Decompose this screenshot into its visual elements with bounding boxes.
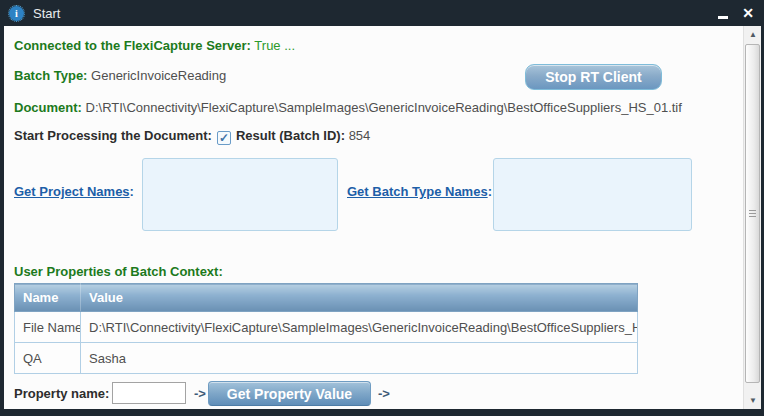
- stop-rt-client-button[interactable]: Stop RT Client: [525, 64, 662, 90]
- start-dialog-window: i Start ✕ Connected to the FlexiCapture …: [0, 0, 764, 416]
- title-bar: i Start ✕: [0, 0, 764, 26]
- table-header-row: Name Value: [15, 284, 638, 312]
- column-header-name: Name: [15, 284, 81, 312]
- get-batch-type-names-link[interactable]: Get Batch Type Names: [347, 184, 488, 199]
- close-button[interactable]: ✕: [742, 0, 754, 26]
- user-properties-table: Name Value File Name D:\RTI\Connectivity…: [14, 283, 638, 374]
- get-project-names-link[interactable]: Get Project Names: [14, 184, 130, 199]
- table-row[interactable]: File Name D:\RTI\Connectivity\FlexiCaptu…: [15, 312, 638, 343]
- get-project-names-colon: :: [130, 184, 134, 199]
- property-value-cell: D:\RTI\Connectivity\FlexiCapture\SampleI…: [81, 312, 638, 343]
- window-title: Start: [33, 6, 60, 21]
- info-icon: i: [9, 6, 24, 21]
- batch-type-names-output-box[interactable]: [493, 158, 692, 231]
- property-value-cell: Sasha: [81, 343, 638, 374]
- start-processing-row: Start Processing the Document:✓Result (B…: [14, 128, 370, 145]
- arrow-after: ->: [378, 386, 390, 401]
- connected-value: True ...: [254, 38, 295, 53]
- result-batch-id-label: Result (Batch ID):: [236, 128, 345, 143]
- connected-status-row: Connected to the FlexiCapture Server: Tr…: [14, 38, 295, 53]
- scroll-up-icon[interactable]: ▲: [744, 26, 761, 43]
- dialog-content: Connected to the FlexiCapture Server: Tr…: [4, 26, 761, 409]
- batch-type-value: GenericInvoiceReading: [91, 68, 226, 83]
- result-batch-id-value: 854: [349, 128, 371, 143]
- scrollbar-grip: [749, 210, 756, 219]
- project-names-output-box[interactable]: [142, 158, 338, 231]
- property-name-label: Property name:: [14, 386, 109, 401]
- batch-type-label: Batch Type:: [14, 68, 87, 83]
- property-name-cell: File Name: [15, 312, 81, 343]
- table-row[interactable]: QA Sasha: [15, 343, 638, 374]
- get-project-names-row: Get Project Names:: [14, 184, 134, 199]
- batch-type-row: Batch Type: GenericInvoiceReading: [14, 68, 226, 83]
- column-header-value: Value: [81, 284, 638, 312]
- get-batch-type-names-row: Get Batch Type Names:: [347, 184, 492, 199]
- document-row: Document: D:\RTI\Connectivity\FlexiCaptu…: [14, 100, 682, 115]
- minimize-button[interactable]: [718, 16, 728, 19]
- property-name-input[interactable]: [112, 382, 186, 404]
- start-processing-checkbox[interactable]: ✓: [217, 131, 231, 145]
- document-label: Document:: [14, 100, 82, 115]
- vertical-scrollbar[interactable]: ▲ ▼: [743, 26, 761, 409]
- connected-label: Connected to the FlexiCapture Server:: [14, 38, 251, 53]
- document-path: D:\RTI\Connectivity\FlexiCapture\SampleI…: [86, 100, 682, 115]
- get-batch-type-names-colon: :: [488, 184, 492, 199]
- get-property-value-button[interactable]: Get Property Value: [208, 381, 371, 406]
- user-properties-title: User Properties of Batch Context:: [14, 264, 223, 279]
- start-processing-label: Start Processing the Document:: [14, 128, 212, 143]
- scroll-down-icon[interactable]: ▼: [744, 392, 761, 409]
- scrollbar-thumb[interactable]: [745, 44, 760, 383]
- property-name-cell: QA: [15, 343, 81, 374]
- arrow-before: ->: [194, 386, 206, 401]
